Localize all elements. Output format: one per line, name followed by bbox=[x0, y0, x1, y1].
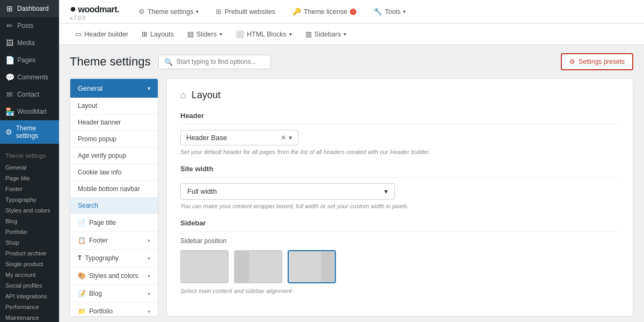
sidebar-item-dashboard[interactable]: ⊞ Dashboard bbox=[0, 0, 59, 17]
brand-name: ● woodmart. bbox=[70, 3, 119, 15]
sidebar-item-label: Contact bbox=[17, 91, 39, 98]
menu-item-layout[interactable]: Layout bbox=[70, 98, 158, 114]
sidebar-hint: Select main content and sidebar alignmen… bbox=[180, 288, 619, 294]
header-hint: Set your default header for all pages fr… bbox=[180, 149, 619, 155]
right-sidebar-preview bbox=[321, 251, 335, 282]
top-nav-item-label: Theme license bbox=[304, 8, 347, 16]
woodmart-icon: 🏪 bbox=[5, 107, 14, 116]
second-nav-label: HTML Blocks bbox=[247, 31, 287, 38]
menu-item-promo-popup[interactable]: Promo popup bbox=[70, 131, 158, 148]
sidebar-option-right[interactable] bbox=[288, 250, 336, 283]
two-panel: General ▾ Layout Header banner Promo pop… bbox=[70, 78, 633, 317]
pages-icon: 📄 bbox=[5, 56, 14, 64]
menu-item-header-banner[interactable]: Header banner bbox=[70, 114, 158, 131]
license-badge: ! bbox=[350, 9, 356, 15]
tools-icon: 🔧 bbox=[374, 8, 382, 16]
right-main-preview bbox=[289, 251, 321, 282]
section-blog[interactable]: 📝 Blog ▾ bbox=[70, 285, 158, 303]
media-icon: 🖼 bbox=[5, 39, 14, 47]
contact-icon: ✉ bbox=[5, 90, 14, 99]
sidebar-item-label: Posts bbox=[17, 22, 33, 30]
html-blocks-icon: ⬜ bbox=[236, 30, 244, 38]
menu-item-age-verify[interactable]: Age verify popup bbox=[70, 148, 158, 164]
menu-item-mobile-navbar[interactable]: Mobile bottom navbar bbox=[70, 181, 158, 197]
header-select[interactable]: Header Base ✕ ▾ bbox=[180, 130, 298, 145]
sidebar-item-comments[interactable]: 💬 Comments bbox=[0, 69, 59, 86]
general-label: General bbox=[78, 84, 103, 92]
header-select-value: Header Base bbox=[186, 134, 227, 142]
page-icon: 📄 bbox=[78, 219, 86, 226]
typography-section-label: T Typography bbox=[78, 254, 119, 262]
second-nav-layouts[interactable]: ⊞ Layouts bbox=[136, 27, 179, 41]
site-width-select[interactable]: Full width ▾ bbox=[180, 183, 395, 200]
menu-item-search[interactable]: Search bbox=[70, 197, 158, 214]
second-nav: ▭ Header builder ⊞ Layouts ▤ Sliders ▾ ⬜… bbox=[59, 24, 644, 45]
top-nav-license[interactable]: 🔑 Theme license ! bbox=[289, 5, 360, 18]
second-nav-sliders[interactable]: ▤ Sliders ▾ bbox=[182, 27, 228, 41]
blog-section-label: 📝 Blog bbox=[78, 290, 102, 297]
site-width-section-row: Site width bbox=[180, 165, 619, 178]
second-nav-header-builder[interactable]: ▭ Header builder bbox=[70, 27, 134, 41]
section-typography[interactable]: T Typography ▾ bbox=[70, 250, 158, 267]
chevron-down-icon: ▾ bbox=[219, 31, 222, 37]
sidebar-item-posts[interactable]: ✏ Posts bbox=[0, 17, 59, 34]
chevron-down-icon: ▾ bbox=[384, 187, 388, 195]
second-nav-sidebars[interactable]: ▥ Sidebars ▾ bbox=[300, 27, 352, 41]
footer-section-label: 📋 Footer bbox=[78, 237, 108, 244]
theme-settings-icon: ⚙ bbox=[5, 128, 13, 136]
top-nav: ● woodmart. v.7.0.0 ⚙ Theme settings ▾ ⊞… bbox=[59, 0, 644, 24]
chevron-down-icon: ▾ bbox=[196, 9, 199, 14]
sidebar-section-row: Sidebar bbox=[180, 219, 619, 232]
section-portfolio[interactable]: 📁 Portfolio ▾ bbox=[70, 303, 158, 317]
menu-item-cookie[interactable]: Cookie law info bbox=[70, 164, 158, 181]
brand: ● woodmart. v.7.0.0 bbox=[70, 3, 119, 21]
sliders-icon: ▤ bbox=[187, 30, 194, 38]
sidebars-icon: ▥ bbox=[305, 30, 312, 38]
page-title: Theme settings bbox=[70, 55, 150, 69]
styles-colors-section-label: 🎨 Styles and colors bbox=[78, 272, 138, 280]
page-title-wrap: Theme settings 🔍 bbox=[70, 55, 271, 69]
admin-sidebar: ⊞ Dashboard ✏ Posts 🖼 Media 📄 Pages 💬 Co… bbox=[0, 0, 59, 322]
sidebar-item-contact[interactable]: ✉ Contact bbox=[0, 86, 59, 103]
section-page-title[interactable]: 📄 Page title bbox=[70, 214, 158, 232]
sidebar-item-pages[interactable]: 📄 Pages bbox=[0, 52, 59, 69]
site-width-hint: You can make your content wrapper boxed,… bbox=[180, 203, 619, 209]
sidebar-option-full[interactable] bbox=[180, 250, 229, 283]
main-content: ● woodmart. v.7.0.0 ⚙ Theme settings ▾ ⊞… bbox=[59, 0, 644, 322]
chevron-down-icon: ▾ bbox=[289, 31, 292, 37]
portfolio-icon: 📁 bbox=[78, 308, 86, 315]
sidebar-option-left[interactable] bbox=[234, 250, 282, 283]
section-footer[interactable]: 📋 Footer ▾ bbox=[70, 232, 158, 250]
chevron-down-icon: ▾ bbox=[148, 238, 150, 244]
left-main-preview bbox=[249, 251, 281, 282]
blog-icon: 📝 bbox=[78, 290, 86, 297]
typography-icon: T bbox=[78, 254, 82, 262]
second-nav-html-blocks[interactable]: ⬜ HTML Blocks ▾ bbox=[230, 27, 297, 41]
sidebar-item-theme-settings[interactable]: ⚙ Theme settings bbox=[0, 120, 59, 144]
left-sidebar-preview bbox=[235, 251, 249, 282]
content-area: Theme settings 🔍 ⚙ Settings presets Gene… bbox=[59, 45, 644, 322]
sidebar-options bbox=[180, 250, 619, 283]
clear-icon[interactable]: ✕ bbox=[281, 134, 287, 142]
general-section-header[interactable]: General ▾ bbox=[70, 79, 158, 98]
search-icon: 🔍 bbox=[164, 58, 173, 66]
sidebar-item-woodmart[interactable]: 🏪 WoodMart bbox=[0, 103, 59, 120]
second-nav-label: Sliders bbox=[196, 31, 217, 38]
top-nav-tools[interactable]: 🔧 Tools ▾ bbox=[370, 5, 409, 18]
top-nav-prebuilt[interactable]: ⊞ Prebuilt websites bbox=[213, 5, 279, 18]
sidebar-item-media[interactable]: 🖼 Media bbox=[0, 34, 59, 52]
settings-presets-icon: ⚙ bbox=[569, 58, 575, 65]
search-input[interactable] bbox=[176, 58, 265, 65]
chevron-down-icon: ▾ bbox=[148, 309, 150, 314]
chevron-up-icon: ▾ bbox=[148, 85, 150, 91]
settings-sidebar: General ▾ Layout Header banner Promo pop… bbox=[70, 78, 158, 317]
settings-presets-button[interactable]: ⚙ Settings presets bbox=[561, 53, 633, 70]
section-styles-colors[interactable]: 🎨 Styles and colors ▾ bbox=[70, 267, 158, 285]
top-nav-item-label: Tools bbox=[385, 8, 400, 16]
settings-presets-label: Settings presets bbox=[579, 58, 625, 65]
footer-icon: 📋 bbox=[78, 237, 86, 244]
search-box[interactable]: 🔍 bbox=[158, 55, 271, 69]
second-nav-label: Layouts bbox=[150, 31, 174, 38]
chevron-down-icon[interactable]: ▾ bbox=[289, 134, 292, 142]
top-nav-theme-settings[interactable]: ⚙ Theme settings ▾ bbox=[135, 5, 202, 18]
